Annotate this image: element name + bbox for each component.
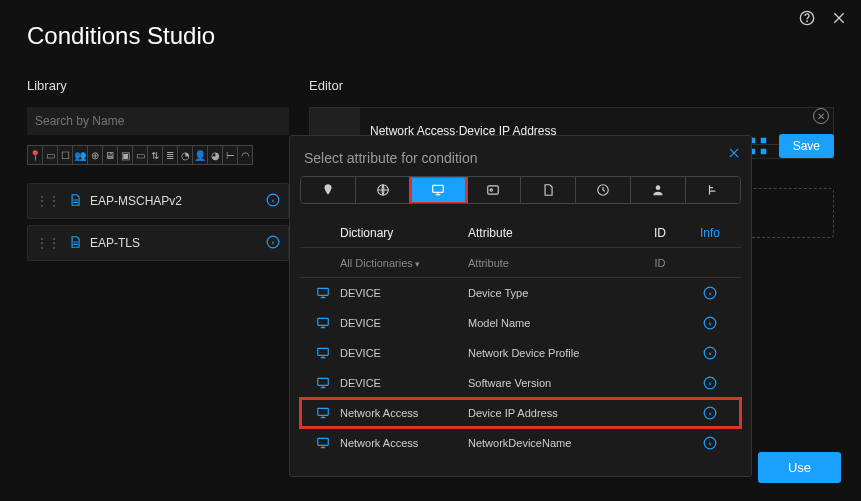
library-panel: Library 📍 ▭ ☐ 👥 ⊕ 🖥 ▣ ▭ ⇅ ≣ ◔ 👤 ◕ ⊢ ◠ ⋮⋮… — [27, 78, 289, 267]
document-icon — [68, 235, 82, 252]
tab-globe-icon[interactable] — [356, 177, 411, 203]
filter-square-icon[interactable]: ☐ — [57, 145, 73, 165]
svg-rect-24 — [318, 438, 329, 445]
svg-rect-7 — [760, 149, 766, 155]
row-dictionary: Network Access — [340, 407, 468, 419]
row-attribute: Network Device Profile — [468, 347, 635, 359]
row-dictionary: DEVICE — [340, 347, 468, 359]
filter-id[interactable]: ID — [635, 257, 685, 269]
row-attribute: Device Type — [468, 287, 635, 299]
info-icon[interactable] — [266, 235, 280, 252]
tab-device-icon[interactable] — [411, 177, 466, 203]
svg-rect-20 — [318, 378, 329, 385]
filter-arrows-icon[interactable]: ⇅ — [147, 145, 163, 165]
filter-pin-icon[interactable]: 📍 — [27, 145, 43, 165]
row-info-icon[interactable] — [685, 436, 735, 450]
svg-point-13 — [656, 185, 661, 190]
attribute-row[interactable]: DEVICEDevice Type — [300, 278, 741, 308]
monitor-icon — [306, 406, 340, 420]
save-button[interactable]: Save — [779, 134, 834, 158]
tab-doc-icon[interactable] — [521, 177, 576, 203]
row-attribute: Model Name — [468, 317, 635, 329]
svg-rect-5 — [760, 138, 766, 144]
svg-point-1 — [807, 21, 808, 22]
row-info-icon[interactable] — [685, 376, 735, 390]
tab-clock-icon[interactable] — [576, 177, 631, 203]
modal-title: Select attribute for condition — [304, 150, 741, 166]
search-input[interactable] — [27, 107, 289, 135]
row-info-icon[interactable] — [685, 346, 735, 360]
svg-rect-14 — [318, 288, 329, 295]
col-id[interactable]: ID — [635, 226, 685, 240]
row-dictionary: Network Access — [340, 437, 468, 449]
library-item-name: EAP-MSCHAPv2 — [90, 194, 258, 208]
tab-user-icon[interactable] — [631, 177, 686, 203]
filter-user-icon[interactable]: 👤 — [192, 145, 208, 165]
filter-tree-icon[interactable]: ⊢ — [222, 145, 238, 165]
tab-location-icon[interactable] — [301, 177, 356, 203]
filter-globe-icon[interactable]: ⊕ — [87, 145, 103, 165]
library-label: Library — [27, 78, 289, 93]
library-item[interactable]: ⋮⋮EAP-TLS — [27, 225, 289, 261]
attribute-row[interactable]: Network AccessDevice IP Address — [300, 398, 741, 428]
filter-db-icon[interactable]: ≣ — [162, 145, 178, 165]
editor-label: Editor — [309, 78, 834, 93]
row-attribute: Software Version — [468, 377, 635, 389]
filter-attribute[interactable]: Attribute — [468, 257, 635, 269]
library-item[interactable]: ⋮⋮EAP-MSCHAPv2 — [27, 183, 289, 219]
tab-tree-icon[interactable] — [686, 177, 740, 203]
drag-handle-icon[interactable]: ⋮⋮ — [36, 194, 60, 208]
filter-card-icon[interactable]: ▭ — [132, 145, 148, 165]
col-attribute[interactable]: Attribute — [468, 226, 635, 240]
page-title: Conditions Studio — [27, 22, 215, 50]
monitor-icon — [306, 316, 340, 330]
attribute-category-tabs — [300, 176, 741, 204]
svg-rect-9 — [433, 185, 444, 192]
svg-rect-18 — [318, 348, 329, 355]
modal-close-icon[interactable] — [727, 146, 741, 163]
filter-group-icon[interactable]: 👥 — [72, 145, 88, 165]
svg-rect-22 — [318, 408, 329, 415]
row-attribute: NetworkDeviceName — [468, 437, 635, 449]
row-dictionary: DEVICE — [340, 287, 468, 299]
attribute-picker-modal: Select attribute for condition Dictionar… — [289, 135, 752, 477]
row-info-icon[interactable] — [685, 286, 735, 300]
svg-point-11 — [490, 189, 492, 191]
col-dictionary[interactable]: Dictionary — [340, 226, 468, 240]
filter-monitor-icon[interactable]: 🖥 — [102, 145, 118, 165]
editor-clear-icon[interactable]: ✕ — [813, 108, 829, 124]
info-icon[interactable] — [266, 193, 280, 210]
attribute-row[interactable]: Network AccessNetworkDeviceName — [300, 428, 741, 458]
use-button[interactable]: Use — [758, 452, 841, 483]
library-filter-strip: 📍 ▭ ☐ 👥 ⊕ 🖥 ▣ ▭ ⇅ ≣ ◔ 👤 ◕ ⊢ ◠ — [27, 145, 289, 165]
filter-screen-icon[interactable]: ▣ — [117, 145, 133, 165]
monitor-icon — [306, 346, 340, 360]
filter-clock-icon[interactable]: ◔ — [177, 145, 193, 165]
col-info: Info — [685, 226, 735, 240]
library-item-name: EAP-TLS — [90, 236, 258, 250]
row-info-icon[interactable] — [685, 406, 735, 420]
row-dictionary: DEVICE — [340, 377, 468, 389]
filter-wifi-icon[interactable]: ◠ — [237, 145, 253, 165]
row-info-icon[interactable] — [685, 316, 735, 330]
filter-dictionary[interactable]: All Dictionaries — [340, 257, 468, 269]
svg-rect-16 — [318, 318, 329, 325]
row-attribute: Device IP Address — [468, 407, 635, 419]
attribute-row[interactable]: DEVICESoftware Version — [300, 368, 741, 398]
row-dictionary: DEVICE — [340, 317, 468, 329]
close-icon[interactable] — [829, 8, 849, 28]
filter-check-icon[interactable]: ◕ — [207, 145, 223, 165]
filter-badge-icon[interactable]: ▭ — [42, 145, 58, 165]
attribute-table: Dictionary Attribute ID Info All Diction… — [300, 218, 741, 458]
monitor-icon — [306, 286, 340, 300]
help-icon[interactable] — [797, 8, 817, 28]
document-icon — [68, 193, 82, 210]
drag-handle-icon[interactable]: ⋮⋮ — [36, 236, 60, 250]
attribute-row[interactable]: DEVICEModel Name — [300, 308, 741, 338]
attribute-row[interactable]: DEVICENetwork Device Profile — [300, 338, 741, 368]
monitor-icon — [306, 436, 340, 450]
tab-id-icon[interactable] — [466, 177, 521, 203]
monitor-icon — [306, 376, 340, 390]
